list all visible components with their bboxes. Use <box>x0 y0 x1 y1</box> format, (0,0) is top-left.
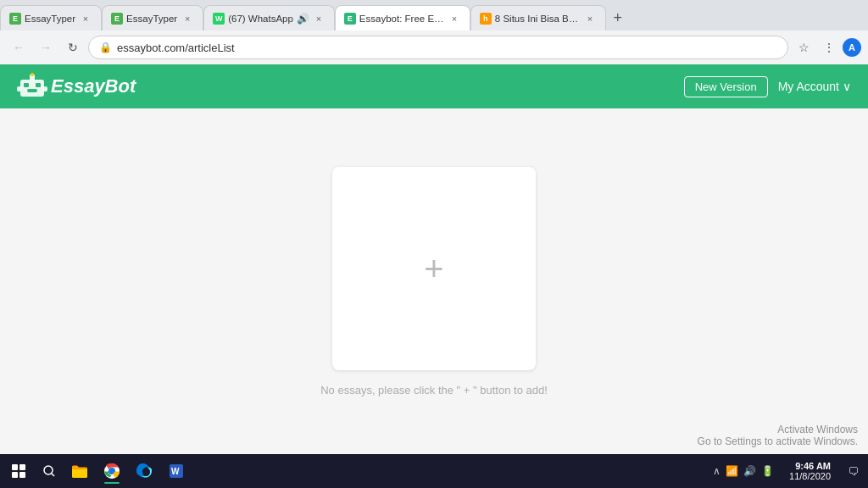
add-essay-card[interactable]: + <box>332 167 536 370</box>
svg-line-9 <box>52 474 55 477</box>
account-chevron: ∨ <box>843 80 851 93</box>
tab-label-2: EssayTyper <box>126 14 177 24</box>
taskbar-time-value: 9:46 AM <box>789 461 831 471</box>
tab-close-1[interactable]: × <box>79 12 92 25</box>
tab-label-4: Essaybot: Free Essay Writing T... <box>359 14 444 24</box>
back-button[interactable]: ← <box>7 36 31 59</box>
svg-text:W: W <box>171 467 180 476</box>
tab-situs[interactable]: h 8 Situs Ini Bisa Bantu Esai Hin... × <box>470 5 606 30</box>
taskbar-system-area: ∧ 📶 🔊 🔋 9:46 AM 11/8/2020 🗨 <box>708 459 865 483</box>
edge-taskbar-icon[interactable] <box>129 456 159 486</box>
lock-icon: 🔒 <box>99 42 112 53</box>
notification-button[interactable]: 🗨 <box>841 459 865 483</box>
tab-close-4[interactable]: × <box>448 12 461 25</box>
tab-close-2[interactable]: × <box>181 12 194 25</box>
svg-point-5 <box>31 73 34 76</box>
taskbar-clock[interactable]: 9:46 AM 11/8/2020 <box>782 461 837 481</box>
forward-button[interactable]: → <box>34 36 58 59</box>
start-button[interactable] <box>3 456 34 486</box>
logo-text: EssayBot <box>51 75 136 97</box>
chrome-taskbar-icon[interactable] <box>97 456 127 486</box>
reload-button[interactable]: ↻ <box>61 36 85 59</box>
my-account-button[interactable]: My Account ∨ <box>778 80 851 93</box>
browser-window: E EssayTyper × E EssayTyper × W (67) Wha… <box>0 0 868 454</box>
sound-icon[interactable]: 🔊 <box>743 465 756 477</box>
tab-essaytyper-2[interactable]: E EssayTyper × <box>102 5 203 30</box>
svg-point-13 <box>109 469 114 474</box>
address-bar: ← → ↻ 🔒 essaybot.com/articleList ☆ ⋮ A <box>0 30 868 64</box>
taskbar-search-button[interactable] <box>36 458 63 485</box>
tab-close-3[interactable]: × <box>312 12 326 25</box>
tab-favicon-5: h <box>480 13 492 25</box>
tab-bar: E EssayTyper × E EssayTyper × W (67) Wha… <box>0 0 868 30</box>
network-icon[interactable]: 📶 <box>726 465 738 477</box>
svg-rect-7 <box>43 86 47 92</box>
svg-rect-6 <box>17 86 21 92</box>
no-essays-message: No essays, please click the " + " button… <box>320 384 548 396</box>
tab-close-5[interactable]: × <box>583 12 597 25</box>
taskbar-date-value: 11/8/2020 <box>789 471 831 481</box>
svg-rect-2 <box>36 83 41 87</box>
battery-icon[interactable]: 🔋 <box>761 465 774 477</box>
header-right: New Version My Account ∨ <box>684 76 851 97</box>
tab-favicon-4: E <box>344 13 356 25</box>
tab-favicon-1: E <box>9 13 21 25</box>
new-tab-button[interactable]: + <box>606 6 630 30</box>
tab-label-5: 8 Situs Ini Bisa Bantu Esai Hin... <box>495 14 580 24</box>
tab-label-1: EssayTyper <box>25 14 75 24</box>
toolbar-right: ☆ ⋮ A <box>792 36 861 59</box>
url-bar[interactable]: 🔒 essaybot.com/articleList <box>88 36 788 59</box>
new-version-button[interactable]: New Version <box>684 76 768 97</box>
svg-rect-3 <box>27 89 37 92</box>
more-button[interactable]: ⋮ <box>817 36 841 59</box>
logo-area: EssayBot <box>17 71 136 102</box>
svg-rect-1 <box>24 83 29 87</box>
svg-rect-0 <box>20 80 44 97</box>
my-account-label: My Account <box>778 80 839 93</box>
tab-essaytyper-1[interactable]: E EssayTyper × <box>0 5 102 30</box>
system-icons: ∧ 📶 🔊 🔋 <box>708 465 779 477</box>
url-text: essaybot.com/articleList <box>117 42 777 54</box>
chevron-up-icon[interactable]: ∧ <box>713 465 721 477</box>
tab-whatsapp[interactable]: W (67) WhatsApp 🔊 × <box>203 5 335 30</box>
main-content: + No essays, please click the " + " butt… <box>0 108 868 454</box>
file-explorer-taskbar-icon[interactable] <box>64 456 95 486</box>
robot-logo-icon <box>17 71 47 102</box>
profile-avatar[interactable]: A <box>843 38 861 57</box>
word-taskbar-icon[interactable]: W <box>161 456 192 486</box>
tab-label-3: (67) WhatsApp <box>228 14 293 24</box>
taskbar: W ∧ 📶 🔊 🔋 9:46 AM 11/8/2020 🗨 <box>0 454 868 488</box>
tab-favicon-3: W <box>213 13 225 25</box>
tab-essaybot[interactable]: E Essaybot: Free Essay Writing T... × <box>335 5 470 30</box>
tab-favicon-2: E <box>111 13 123 25</box>
bookmark-button[interactable]: ☆ <box>792 36 815 59</box>
site-header: EssayBot New Version My Account ∨ <box>0 64 868 108</box>
windows-icon <box>12 464 25 478</box>
add-essay-plus-icon: + <box>424 252 443 286</box>
